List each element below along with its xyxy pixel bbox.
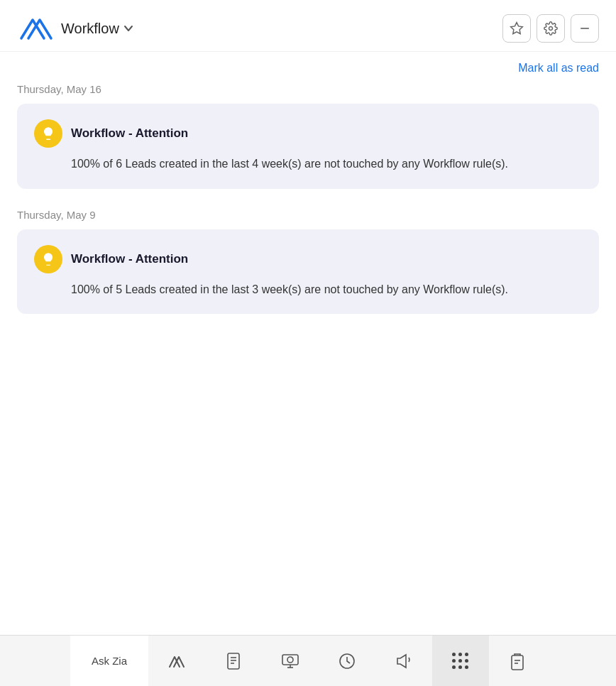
dot — [465, 665, 468, 669]
zia-logo — [17, 13, 54, 44]
person-screen-icon — [280, 651, 300, 671]
notification-body-2: 100% of 5 Leads created in the last 3 we… — [71, 281, 582, 299]
dot — [458, 653, 462, 656]
svg-point-10 — [287, 657, 293, 663]
svg-point-1 — [549, 27, 553, 31]
lightbulb-svg-1 — [40, 126, 56, 141]
notification-card-1: Workflow - Attention 100% of 6 Leads cre… — [17, 104, 599, 189]
bottom-bar: Ask Zia — [0, 635, 616, 686]
dot — [465, 659, 468, 663]
bulb-icon-1 — [34, 119, 62, 148]
mark-all-read-button[interactable]: Mark all as read — [518, 62, 599, 75]
lightbulb-svg-2 — [40, 251, 56, 267]
ask-zia-label: Ask Zia — [92, 655, 127, 667]
date-label-1: Thursday, May 16 — [17, 83, 599, 95]
dot — [465, 653, 468, 656]
notification-title-2: Workflow - Attention — [71, 252, 188, 266]
minimize-button[interactable] — [571, 14, 599, 43]
svg-marker-0 — [511, 23, 523, 34]
chevron-down-icon — [123, 23, 133, 33]
dot — [452, 665, 456, 669]
star-button[interactable] — [502, 14, 531, 43]
clock-item[interactable] — [319, 636, 375, 686]
megaphone-svg — [394, 651, 414, 671]
workflow-label: Workflow — [61, 21, 119, 37]
person-screen-svg — [280, 651, 300, 671]
dot — [452, 653, 456, 656]
clipboard-item[interactable] — [489, 636, 546, 686]
zia-nav-svg — [167, 651, 187, 671]
dot — [452, 659, 456, 663]
date-label-2: Thursday, May 9 — [17, 209, 599, 221]
header: Workflow — [0, 0, 616, 52]
svg-rect-5 — [228, 653, 239, 669]
ask-zia-item[interactable]: Ask Zia — [70, 636, 148, 686]
notification-title-1: Workflow - Attention — [71, 126, 188, 141]
grid-icon — [452, 653, 469, 670]
megaphone-item[interactable] — [375, 636, 432, 686]
document-svg — [224, 651, 243, 671]
megaphone-icon — [394, 651, 414, 671]
notification-body-1: 100% of 6 Leads created in the last 4 we… — [71, 155, 582, 173]
notification-header-1: Workflow - Attention — [34, 119, 582, 148]
workflow-title[interactable]: Workflow — [61, 21, 133, 37]
settings-button[interactable] — [537, 14, 565, 43]
svg-rect-14 — [512, 655, 523, 670]
notification-header-2: Workflow - Attention — [34, 245, 582, 273]
header-left: Workflow — [17, 13, 133, 44]
svg-rect-9 — [282, 655, 298, 665]
document-icon — [224, 651, 243, 671]
minus-icon — [578, 21, 592, 36]
clock-icon — [337, 651, 357, 671]
content-area: Mark all as read Thursday, May 16 Workfl… — [0, 52, 616, 635]
zia-icon-item[interactable] — [148, 636, 205, 686]
dots-grid — [452, 653, 469, 670]
dot — [458, 665, 462, 669]
mark-all-read-container: Mark all as read — [17, 62, 599, 75]
person-screen-item[interactable] — [262, 636, 319, 686]
bulb-icon-2 — [34, 245, 62, 273]
star-icon — [510, 21, 524, 36]
grid-item[interactable] — [432, 636, 489, 686]
clipboard-svg — [507, 651, 527, 671]
clock-svg — [337, 651, 357, 671]
clipboard-icon — [507, 651, 527, 671]
gear-icon — [544, 21, 558, 36]
notification-card-2: Workflow - Attention 100% of 5 Leads cre… — [17, 229, 599, 315]
zia-small-icon — [167, 651, 187, 671]
dot — [458, 659, 462, 663]
document-item[interactable] — [205, 636, 262, 686]
header-right — [502, 14, 599, 43]
